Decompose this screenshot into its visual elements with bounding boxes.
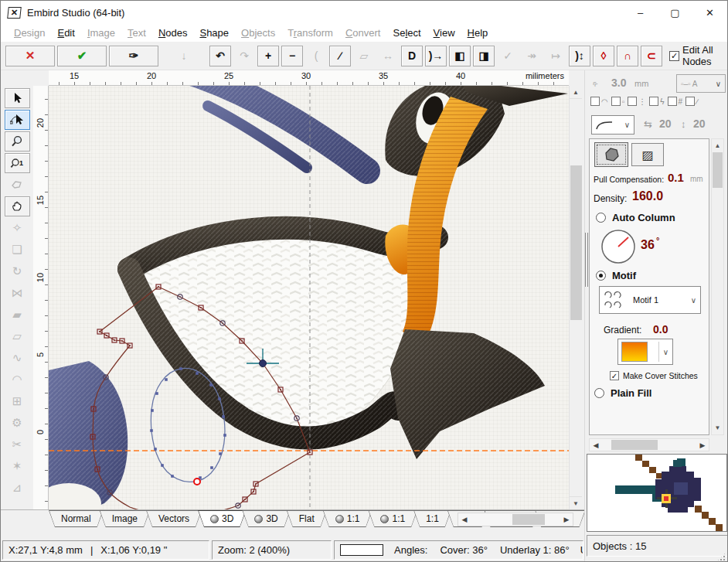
menu-convert[interactable]: Convert bbox=[339, 26, 387, 40]
menu-shape[interactable]: Shape bbox=[193, 26, 235, 40]
curve-shape-dropdown[interactable]: ∨ bbox=[591, 115, 634, 135]
apply-button[interactable]: ✔ bbox=[57, 46, 107, 66]
panel-horizontal-scrollbar[interactable]: ◀ ▶ bbox=[589, 438, 709, 451]
scroll-up-arrow[interactable]: ▲ bbox=[712, 139, 723, 152]
vertical-scroll-thumb[interactable] bbox=[570, 165, 582, 320]
tab-vectors[interactable]: Vectors bbox=[146, 510, 202, 527]
ellipse-node-handle[interactable] bbox=[171, 475, 174, 478]
angle-dial[interactable] bbox=[600, 229, 636, 264]
ellipse-node-handle[interactable] bbox=[222, 415, 225, 418]
scroll-left-arrow[interactable]: ◀ bbox=[590, 441, 602, 449]
dots-checkbox[interactable] bbox=[628, 97, 637, 106]
scroll-down-arrow[interactable]: ▼ bbox=[712, 421, 723, 434]
insert-node-button[interactable]: + bbox=[257, 46, 279, 66]
entry-point-button[interactable]: )→ bbox=[425, 46, 447, 66]
line-segment-button[interactable]: ∕ bbox=[329, 46, 351, 66]
slash-checkbox[interactable] bbox=[685, 97, 695, 106]
column-leaf-button[interactable]: ◊ bbox=[593, 46, 614, 66]
close-button[interactable]: ✕ bbox=[692, 1, 727, 24]
density-value[interactable]: 160.0 bbox=[632, 189, 663, 203]
selected-node[interactable] bbox=[260, 360, 267, 367]
canvas-vertical-scrollbar[interactable]: ▲ ▼ bbox=[569, 86, 582, 509]
menu-transform[interactable]: Transform bbox=[281, 26, 339, 40]
tab-3d[interactable]: 3D bbox=[198, 510, 246, 527]
edit-all-nodes-checkbox[interactable]: ✓ bbox=[669, 51, 679, 61]
ellipse-node-handle[interactable] bbox=[155, 392, 158, 395]
corner-node-b-button[interactable]: ◨ bbox=[473, 46, 495, 66]
cancel-button[interactable]: ✕ bbox=[5, 46, 55, 66]
pattern-fill-mode-button[interactable]: ▨ bbox=[631, 143, 664, 166]
canvas-horizontal-scrollbar[interactable]: ◀ ▶ bbox=[458, 513, 573, 526]
generate-stitches-button[interactable]: ✑ bbox=[109, 46, 158, 66]
tab-1-1[interactable]: 1:1 bbox=[323, 510, 373, 527]
tab-1-1[interactable]: 1:1 bbox=[413, 510, 451, 527]
scroll-up-arrow[interactable]: ▲ bbox=[570, 86, 582, 99]
vertical-range-button[interactable]: )↕ bbox=[569, 46, 590, 66]
tab-image[interactable]: Image bbox=[100, 510, 150, 527]
menu-edit[interactable]: Edit bbox=[51, 26, 80, 40]
pan-tool[interactable] bbox=[5, 196, 30, 216]
menu-help[interactable]: Help bbox=[461, 26, 495, 40]
cover-stitches-checkbox[interactable]: ✓ bbox=[610, 371, 619, 380]
delete-node-button[interactable]: − bbox=[281, 46, 303, 66]
panel-splitter[interactable] bbox=[585, 233, 588, 287]
menu-text[interactable]: Text bbox=[121, 26, 152, 40]
motif-radio[interactable] bbox=[596, 271, 606, 281]
ellipse-node-handle[interactable] bbox=[218, 397, 221, 400]
pull-comp-value[interactable]: 0.1 bbox=[668, 171, 684, 184]
panel-vertical-scrollbar[interactable]: ▲ ▼ bbox=[711, 138, 724, 435]
gradient-color-dropdown[interactable]: ∨ bbox=[617, 339, 673, 365]
square-node-checkbox[interactable] bbox=[611, 97, 621, 106]
scroll-right-arrow[interactable]: ▶ bbox=[560, 516, 573, 523]
close-curve-button[interactable]: D bbox=[401, 46, 423, 66]
horizontal-scroll-thumb[interactable] bbox=[512, 514, 545, 525]
tab-normal[interactable]: Normal bbox=[49, 510, 104, 527]
tab-1-1[interactable]: 1:1 bbox=[368, 510, 417, 527]
column-arch-button[interactable]: ∩ bbox=[617, 46, 638, 66]
minimize-button[interactable]: – bbox=[623, 1, 658, 24]
motif-dropdown[interactable]: Motif 1 ∨ bbox=[599, 286, 701, 314]
menu-view[interactable]: View bbox=[427, 26, 461, 40]
ellipse-node-handle[interactable] bbox=[209, 383, 213, 387]
maximize-button[interactable]: ▢ bbox=[658, 1, 692, 24]
scroll-right-arrow[interactable]: ▶ bbox=[696, 441, 709, 449]
scroll-left-arrow[interactable]: ◀ bbox=[458, 516, 471, 523]
plain-fill-radio[interactable] bbox=[594, 388, 604, 398]
gradient-value[interactable]: 0.0 bbox=[653, 323, 668, 335]
tab-3d[interactable]: 3D bbox=[242, 510, 290, 527]
ellipse-node-handle[interactable] bbox=[210, 466, 213, 469]
scroll-thumb[interactable] bbox=[713, 152, 723, 188]
design-canvas[interactable] bbox=[49, 86, 569, 509]
zoom-actual-tool[interactable]: 1 bbox=[5, 153, 30, 173]
ellipse-node-handle[interactable] bbox=[219, 452, 222, 455]
ellipse-node-handle[interactable] bbox=[196, 372, 199, 375]
node-style-dropdown[interactable]: ▫–▫ A ∨ bbox=[676, 74, 726, 93]
lightning-checkbox[interactable] bbox=[649, 97, 658, 106]
tab-flat[interactable]: Flat bbox=[287, 510, 327, 527]
column-open-button[interactable]: ⊂ bbox=[641, 46, 662, 66]
select-tool[interactable] bbox=[5, 88, 30, 108]
undo-button[interactable]: ↶ bbox=[209, 46, 231, 66]
ellipse-node-handle[interactable] bbox=[150, 429, 153, 432]
ellipse-node-handle[interactable] bbox=[223, 434, 226, 437]
edit-nodes-tool[interactable] bbox=[5, 110, 30, 130]
menu-objects[interactable]: Objects bbox=[235, 26, 281, 40]
corner-node-a-button[interactable]: ◧ bbox=[449, 46, 471, 66]
active-red-node[interactable] bbox=[194, 479, 200, 485]
ellipse-node-handle[interactable] bbox=[151, 409, 154, 412]
menu-image[interactable]: Image bbox=[81, 26, 121, 40]
menu-select[interactable]: Select bbox=[386, 26, 427, 40]
menu-design[interactable]: Design bbox=[8, 26, 51, 40]
menu-nodes[interactable]: Nodes bbox=[152, 26, 194, 40]
ellipse-node-handle[interactable] bbox=[154, 448, 157, 451]
arc-nodes-checkbox[interactable] bbox=[590, 97, 600, 106]
ellipse-node-handle[interactable] bbox=[179, 367, 182, 370]
angle-value[interactable]: 36 bbox=[641, 238, 655, 252]
zoom-tool[interactable] bbox=[5, 131, 30, 152]
auto-column-radio[interactable] bbox=[596, 213, 606, 223]
scroll-down-arrow[interactable]: ▼ bbox=[570, 496, 582, 509]
scroll-thumb[interactable] bbox=[611, 440, 658, 450]
hash-checkbox[interactable] bbox=[668, 97, 677, 106]
column-fill-mode-button[interactable] bbox=[594, 142, 628, 167]
ellipse-node-handle[interactable] bbox=[165, 378, 168, 381]
